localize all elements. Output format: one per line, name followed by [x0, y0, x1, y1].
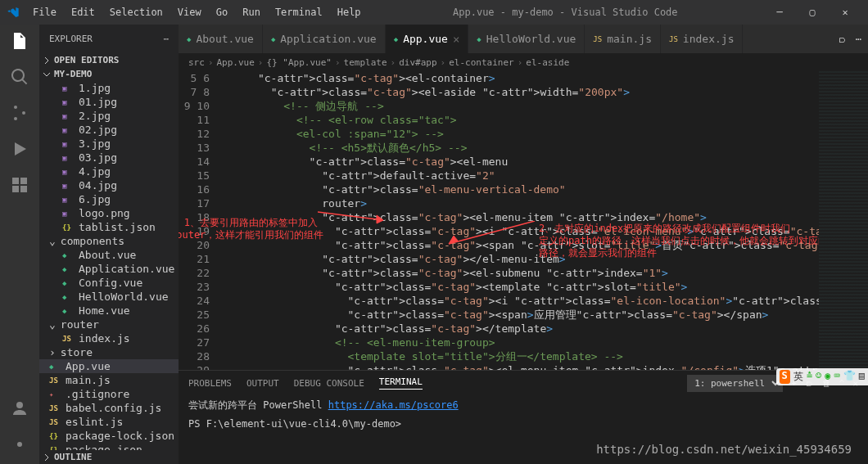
tree-item[interactable]: JSmain.js	[39, 373, 179, 387]
titlebar: File Edit Selection View Go Run Terminal…	[0, 0, 868, 25]
tree-item[interactable]: ◆App.vue	[39, 359, 179, 373]
account-icon[interactable]	[10, 399, 29, 418]
breadcrumb-item[interactable]: {} "App.vue"	[266, 57, 331, 68]
explorer-more-icon[interactable]: ⋯	[163, 34, 169, 44]
arrow-2-icon	[445, 221, 543, 250]
terminal-output[interactable]: 尝试新的跨平台 PowerShell https://aka.ms/pscore…	[179, 395, 868, 435]
menu-terminal[interactable]: Terminal	[269, 3, 329, 21]
svg-point-1	[17, 442, 22, 447]
maximize-button[interactable]: ▢	[796, 0, 829, 25]
menu-edit[interactable]: Edit	[65, 3, 102, 21]
extensions-icon[interactable]	[10, 175, 29, 195]
tree-item[interactable]: ▣01.jpg	[39, 95, 179, 109]
git-icon[interactable]	[10, 103, 29, 123]
terminal-shell-select[interactable]: 1: powershell	[687, 375, 783, 392]
tree-item[interactable]: ◆Home.vue	[39, 304, 179, 318]
tree-item[interactable]: ▣02.jpg	[39, 123, 179, 137]
open-editors-label: OPEN EDITORS	[54, 55, 119, 65]
terminal-link[interactable]: https://aka.ms/pscore6	[328, 399, 459, 411]
tree-item[interactable]: ◆About.vue	[39, 248, 179, 262]
minimize-button[interactable]: ─	[763, 0, 796, 25]
editor-tab[interactable]: JSmain.js	[585, 25, 661, 53]
close-tab-icon[interactable]: ×	[453, 33, 459, 46]
minimap[interactable]	[819, 71, 868, 370]
panel-problems[interactable]: PROBLEMS	[188, 378, 232, 389]
outline-section[interactable]: OUTLINE	[39, 450, 179, 464]
tree-item[interactable]: ▣3.jpg	[39, 137, 179, 151]
more-icon[interactable]: ⋯	[856, 34, 861, 45]
tree-item[interactable]: ▣2.jpg	[39, 109, 179, 123]
svg-line-4	[449, 221, 535, 244]
code-area[interactable]: "c-attr">class="c-tag"><el-container> "c…	[219, 71, 819, 370]
tree-item[interactable]: {}package.json	[39, 443, 179, 450]
split-editor-icon[interactable]: ⫐	[838, 34, 848, 45]
window-controls: ─ ▢ ✕	[763, 0, 861, 25]
breadcrumb-item[interactable]: div#app	[399, 57, 436, 68]
tree-item[interactable]: JSeslint.js	[39, 415, 179, 429]
panel-terminal[interactable]: TERMINAL	[379, 376, 423, 390]
window-title: App.vue - my-demo - Visual Studio Code	[368, 7, 763, 18]
tree-item[interactable]: {}tablist.json	[39, 220, 179, 234]
chevron-right-icon	[43, 453, 51, 462]
editor-tab[interactable]: JSindex.js	[661, 25, 743, 53]
menu-file[interactable]: File	[26, 3, 63, 21]
tree-item[interactable]: ◆Application.vue	[39, 262, 179, 276]
editor-tabs: ◆About.vue◆Application.vue◆App.vue×◆Hell…	[179, 25, 868, 53]
file-tree: ▣1.jpg▣01.jpg▣2.jpg▣02.jpg▣3.jpg▣03.jpg▣…	[39, 81, 179, 450]
tree-item[interactable]: › store	[39, 345, 179, 359]
menu-view[interactable]: View	[171, 3, 208, 21]
breadcrumb-item[interactable]: el-container	[449, 57, 513, 68]
tree-item[interactable]: ▣03.jpg	[39, 151, 179, 164]
vscode-logo-icon	[7, 6, 20, 19]
activity-bar	[0, 25, 39, 464]
tree-item[interactable]: {}package-lock.json	[39, 429, 179, 443]
tree-item[interactable]: ⌄ components	[39, 234, 179, 248]
open-editors-section[interactable]: OPEN EDITORS	[39, 53, 179, 67]
gear-icon[interactable]	[10, 435, 29, 454]
editor-tab[interactable]: ◆Application.vue	[263, 25, 386, 53]
explorer-icon[interactable]	[10, 31, 29, 51]
explorer-label: EXPLORER	[49, 34, 93, 44]
panel-debug[interactable]: DEBUG CONSOLE	[294, 378, 364, 389]
svg-marker-5	[449, 236, 458, 244]
panel-output[interactable]: OUTPUT	[246, 378, 279, 389]
editor-tab[interactable]: ◆App.vue×	[386, 25, 469, 53]
menu-go[interactable]: Go	[210, 3, 234, 21]
tree-item[interactable]: JSindex.js	[39, 331, 179, 345]
ime-badge: S 英≛☺ ◉⌨👕▤	[776, 368, 868, 385]
breadcrumb: src›App.vue›{} "App.vue"›template›div#ap…	[179, 53, 868, 71]
terminal-prompt: PS F:\element-ui\vue-cli4.0\my-demo>	[188, 417, 858, 431]
search-icon[interactable]	[10, 67, 29, 87]
tree-item[interactable]: ✦.gitignore	[39, 387, 179, 401]
tree-item[interactable]: ◆Config.vue	[39, 276, 179, 290]
code-editor[interactable]: 5 6 7 8 9 10 11 12 13 14 15 16 17 18 19 …	[179, 71, 868, 370]
tree-item[interactable]: ▣04.jpg	[39, 178, 179, 192]
tree-item[interactable]: ▣4.jpg	[39, 164, 179, 178]
project-section[interactable]: MY-DEMO	[39, 67, 179, 81]
debug-icon[interactable]	[10, 139, 29, 159]
chevron-right-icon	[43, 56, 51, 65]
tree-item[interactable]: ◆HelloWorld.vue	[39, 290, 179, 304]
menu-help[interactable]: Help	[331, 3, 368, 21]
line-numbers: 5 6 7 8 9 10 11 12 13 14 15 16 17 18 19 …	[179, 71, 219, 370]
breadcrumb-item[interactable]: template	[344, 57, 387, 68]
editor-tab[interactable]: ◆About.vue	[179, 25, 263, 53]
breadcrumb-item[interactable]: App.vue	[217, 57, 255, 68]
tree-item[interactable]: JSbabel.config.js	[39, 401, 179, 415]
breadcrumb-item[interactable]: src	[188, 57, 205, 68]
outline-label: OUTLINE	[54, 452, 92, 462]
editor-tab[interactable]: ◆HelloWorld.vue	[468, 25, 585, 53]
menu-selection[interactable]: Selection	[103, 3, 170, 21]
menu-run[interactable]: Run	[236, 3, 267, 21]
svg-marker-3	[377, 215, 383, 223]
project-label: MY-DEMO	[54, 69, 92, 79]
tree-item[interactable]: ▣logo.png	[39, 206, 179, 220]
explorer-header: EXPLORER ⋯	[39, 25, 179, 53]
breadcrumb-item[interactable]: el-aside	[526, 57, 569, 68]
tree-item[interactable]: ⌄ router	[39, 318, 179, 331]
tree-item[interactable]: ▣6.jpg	[39, 192, 179, 206]
close-button[interactable]: ✕	[829, 0, 861, 25]
tree-item[interactable]: ▣1.jpg	[39, 81, 179, 95]
arrow-1-icon	[318, 202, 391, 227]
menubar: File Edit Selection View Go Run Terminal…	[26, 3, 368, 21]
